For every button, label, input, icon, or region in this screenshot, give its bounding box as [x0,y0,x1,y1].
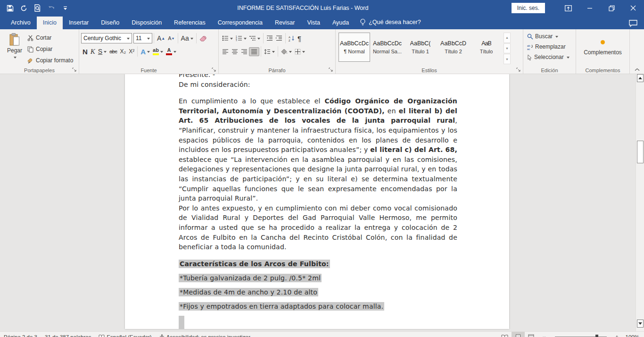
font-name-combo[interactable]: Century Gothic [81,33,132,43]
save-icon[interactable] [7,5,14,12]
bold-button[interactable]: N [81,47,89,56]
document-page[interactable]: Presente. -De mi consideración:En cumpli… [125,74,509,329]
style-preview: AaBbCcDc [373,40,402,47]
customize-qat-icon[interactable] [63,6,67,10]
tab-insertar[interactable]: Insertar [63,17,95,29]
selected-paragraph[interactable]: *Medidas de 4m de ancho y 2.10 de alto [179,287,457,297]
shading-button[interactable] [280,48,293,56]
style-card-normal[interactable]: AaBbCcDc ¶ Normal [339,33,370,62]
style-card-title[interactable]: AaB Título [471,33,502,62]
italic-button[interactable]: K [89,47,97,56]
tab-revisar[interactable]: Revisar [269,17,301,29]
word-count[interactable]: 31 de 387 palabras [41,332,95,337]
clear-formatting-button[interactable] [198,34,208,42]
font-size-combo[interactable]: 11 [133,33,152,43]
paragraph[interactable]: De mi consideración: [179,80,457,90]
web-layout-icon[interactable] [525,332,538,337]
replace-button[interactable]: abac Reemplazar [525,42,574,52]
repeat-icon[interactable] [20,5,27,12]
align-center-button[interactable] [230,48,239,56]
tab-referencias[interactable]: Referencias [168,17,212,29]
collapse-ribbon-icon[interactable] [633,66,641,73]
select-button[interactable]: Seleccionar [525,52,574,62]
tab-disposicion[interactable]: Disposición [125,17,168,29]
highlight-color-button[interactable]: ab [151,47,165,56]
decrease-indent-button[interactable] [265,34,274,42]
borders-button[interactable] [293,48,306,56]
clipboard-dialog-launcher-icon[interactable] [72,67,77,73]
minimize-icon[interactable] [579,0,601,16]
tab-vista[interactable]: Vista [301,17,326,29]
justify-button[interactable] [249,47,259,56]
paste-button[interactable]: Pegar [2,31,27,66]
line-spacing-button[interactable] [263,48,276,56]
tell-me-box[interactable]: ¿Qué desea hacer? [355,16,426,29]
superscript-button[interactable]: X² [127,48,136,55]
show-hide-pilcrow-button[interactable]: ¶ [296,34,303,43]
increase-indent-button[interactable] [274,34,284,42]
tab-ayuda[interactable]: Ayuda [326,17,355,29]
scroll-down-icon[interactable] [637,320,644,328]
close-icon[interactable] [622,0,644,16]
zoom-out-icon[interactable] [538,332,551,337]
font-color-button[interactable]: A [165,47,178,56]
change-case-button[interactable]: Aa [180,34,195,42]
read-mode-icon[interactable] [498,332,512,337]
paragraph[interactable]: Presente. - [179,74,457,80]
copy-button[interactable]: Copiar [27,44,73,54]
zoom-in-icon[interactable] [611,332,624,337]
tab-archivo[interactable]: Archivo [5,17,37,29]
selected-paragraph[interactable]: *Tubería galvanizada de 2 pulg. /0.5* 2m… [179,273,457,283]
restore-icon[interactable] [601,0,622,16]
paragraph-dialog-launcher-icon[interactable] [329,67,334,73]
selected-paragraph[interactable] [179,316,457,329]
bullets-button[interactable] [221,34,234,42]
style-card-no-spacing[interactable]: AaBbCcDc Normal Sa... [372,33,403,62]
styles-dialog-launcher-icon[interactable] [516,67,521,73]
subscript-button[interactable]: X₂ [118,48,127,55]
tab-correspondencia[interactable]: Correspondencia [212,17,269,29]
print-layout-icon[interactable] [512,332,525,337]
paragraph[interactable]: Por lo antes expuesto, y en cumplimiento… [179,203,457,252]
grow-font-button[interactable]: A▲ [156,34,166,42]
style-card-heading1[interactable]: AaBbC( Título 1 [405,33,436,62]
shrink-font-button[interactable]: A▼ [166,35,176,42]
sort-button[interactable]: AZ [287,34,296,42]
zoom-level[interactable]: 100% [624,334,644,337]
align-left-button[interactable] [221,48,230,56]
addins-button[interactable]: Complementos [578,31,627,64]
scrollbar-thumb[interactable] [637,141,644,163]
vertical-scrollbar[interactable] [636,74,644,331]
undo-icon[interactable] [48,5,57,11]
find-button[interactable]: Buscar [525,31,574,42]
style-card-heading2[interactable]: AaBbCcD Título 2 [438,33,469,62]
styles-scroll-down-icon[interactable]: ▼ [504,43,511,54]
selected-paragraph[interactable]: Características de los Arcos de Fulbito: [179,259,457,269]
document-canvas[interactable]: Presente. -De mi consideración:En cumpli… [0,74,636,331]
font-dialog-launcher-icon[interactable] [212,67,217,73]
tab-inicio[interactable]: Inicio [37,17,63,29]
scroll-up-icon[interactable] [637,74,644,82]
selected-paragraph[interactable]: *Fijos y empotrados en tierra adaptados … [179,302,457,312]
page-indicator[interactable]: Página 2 de 3 [0,332,41,337]
tab-diseno[interactable]: Diseño [95,17,125,29]
paragraph[interactable]: En cumplimiento a lo que establece el Có… [179,96,457,203]
strikethrough-button[interactable]: abc [108,48,118,55]
ribbon-display-options-icon[interactable] [557,0,579,16]
underline-button[interactable]: S [97,47,108,56]
styles-gallery-more-icon[interactable]: ▼ [504,54,511,64]
zoom-slider-handle[interactable] [595,335,598,337]
font-name-value: Century Gothic [83,35,121,42]
language-indicator[interactable]: Español (Ecuador) [95,332,155,337]
accessibility-indicator[interactable]: Accesibilidad: es preciso investigar [156,332,254,337]
styles-scroll-up-icon[interactable]: ▲ [504,33,511,43]
align-right-button[interactable] [239,48,249,56]
comments-icon[interactable] [626,17,640,29]
format-painter-button[interactable]: Copiar formato [27,56,73,65]
print-preview-icon[interactable] [34,4,41,12]
cut-button[interactable]: Cortar [27,33,73,42]
multilevel-list-button[interactable] [248,34,262,42]
sign-in-button[interactable]: Inic. ses. [512,3,545,13]
numbering-button[interactable]: 123 [234,34,248,42]
text-effects-button[interactable]: A [139,47,151,56]
